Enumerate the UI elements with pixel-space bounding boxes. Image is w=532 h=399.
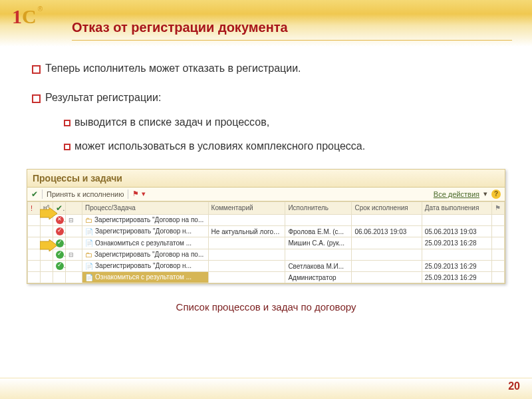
col-due[interactable]: Срок исполнения: [352, 201, 422, 214]
done-cell: [422, 249, 491, 260]
tree-cell[interactable]: [65, 272, 82, 283]
flag-dropdown-icon[interactable]: ⚑ ▾: [132, 190, 145, 198]
bullet-list: Теперь исполнитель может отказать в реги…: [32, 61, 500, 154]
table-row[interactable]: ⊟🗀Зарегистрировать "Договор на по...: [28, 249, 505, 260]
status-cell: [53, 272, 65, 283]
table-row[interactable]: 📄Ознакомиться с результатом ...Администр…: [28, 272, 505, 283]
col-tree[interactable]: [65, 201, 82, 214]
task-cell: 📄Зарегистрировать "Договор н...: [82, 225, 209, 237]
bullet-text: Теперь исполнитель может отказать в реги…: [45, 63, 301, 74]
content-area: Теперь исполнитель может отказать в реги…: [0, 47, 532, 154]
svg-marker-1: [40, 239, 57, 251]
dropdown-icon[interactable]: ▾: [483, 190, 487, 198]
comment-cell: Не актуальный логотип.: [208, 225, 285, 237]
logo-1c: 1C®: [12, 5, 51, 35]
accept-button[interactable]: Принять к исполнению: [47, 190, 124, 198]
col-comment[interactable]: Комментарий: [208, 201, 285, 214]
table-row[interactable]: 📄Зарегистрировать "Договор н...Светлаков…: [28, 261, 505, 272]
table-row[interactable]: ⊟🗀Зарегистрировать "Договор на по...: [28, 214, 505, 225]
done-cell: 25.09.2013 16:29: [422, 272, 491, 283]
comment-cell: [208, 214, 285, 225]
tree-cell[interactable]: [65, 237, 82, 249]
table-row[interactable]: 📄Зарегистрировать "Договор н...Не актуал…: [28, 225, 505, 237]
col-executor[interactable]: Исполнитель: [285, 201, 352, 214]
tree-cell[interactable]: [65, 261, 82, 272]
processes-table: ! н° ✔ Процесс/Задача Комментарий Исполн…: [27, 201, 505, 284]
separator: [42, 190, 43, 199]
sub-bullet-text: выводится в списке задач и процессов,: [74, 116, 269, 128]
done-cell: [422, 214, 491, 225]
svg-marker-0: [40, 207, 57, 219]
sub-list: выводится в списке задач и процессов, мо…: [64, 115, 500, 154]
comment-cell: [208, 272, 285, 283]
done-cell: 25.09.2013 16:28: [422, 237, 491, 249]
due-cell: [352, 272, 422, 283]
due-cell: [352, 214, 422, 225]
tree-cell[interactable]: [65, 225, 82, 237]
due-cell: [352, 237, 422, 249]
col-task[interactable]: Процесс/Задача: [82, 201, 209, 214]
bullet-text: Результат регистрации:: [45, 92, 161, 103]
due-cell: [352, 261, 422, 272]
accept-icon[interactable]: ✔: [31, 190, 38, 199]
status-cell: [53, 261, 65, 272]
task-cell: 📄Ознакомиться с результатом ...: [82, 272, 209, 283]
tree-cell[interactable]: ⊟: [65, 214, 82, 225]
title-underline: [72, 40, 512, 41]
task-cell: 🗀Зарегистрировать "Договор на по...: [82, 214, 209, 225]
comment-cell: [208, 237, 285, 249]
help-icon[interactable]: ?: [491, 190, 501, 199]
task-cell: 🗀Зарегистрировать "Договор на по...: [82, 249, 209, 260]
panel-caption: Список процессов и задач по договору: [0, 301, 532, 313]
executor-cell: [285, 249, 352, 260]
col-done[interactable]: Дата выполнения: [422, 201, 491, 214]
done-cell: 05.06.2013 19:03: [422, 225, 491, 237]
comment-cell: [208, 249, 285, 260]
done-cell: 25.09.2013 16:29: [422, 261, 491, 272]
task-cell: 📄Зарегистрировать "Договор н...: [82, 261, 209, 272]
screenshot-panel-wrap: Процессы и задачи ✔ Принять к исполнению…: [27, 169, 505, 285]
page-number: 20: [508, 380, 520, 392]
executor-cell: Фролова Е.М. (с...: [285, 225, 352, 237]
callout-arrow-icon: [40, 207, 57, 219]
col-last-flag[interactable]: ⚑: [491, 201, 504, 214]
all-actions-link[interactable]: Все действия: [434, 190, 479, 198]
processes-panel: Процессы и задачи ✔ Принять к исполнению…: [27, 169, 505, 285]
col-flag[interactable]: !: [28, 201, 41, 214]
executor-cell: Светлакова М.И...: [285, 261, 352, 272]
executor-cell: Администратор: [285, 272, 352, 283]
tree-cell[interactable]: ⊟: [65, 249, 82, 260]
executor-cell: Мишин С.А. (рук...: [285, 237, 352, 249]
header-banner: 1C® Отказ от регистрации документа: [0, 0, 532, 47]
callout-arrow-icon: [40, 239, 57, 251]
sub-bullet-item: выводится в списке задач и процессов,: [64, 115, 500, 130]
bullet-item: Результат регистрации: выводится в списк…: [32, 90, 500, 154]
status-cell: [53, 225, 65, 237]
sub-bullet-item: может использоваться в условиях комплекс…: [64, 139, 500, 154]
bottom-band: [0, 378, 532, 399]
slide-title: Отказ от регистрации документа: [72, 20, 288, 35]
panel-title: Процессы и задачи: [27, 170, 505, 188]
comment-cell: [208, 261, 285, 272]
due-cell: [352, 249, 422, 260]
bullet-item: Теперь исполнитель может отказать в реги…: [32, 61, 500, 76]
executor-cell: [285, 214, 352, 225]
table-header-row: ! н° ✔ Процесс/Задача Комментарий Исполн…: [28, 201, 505, 214]
panel-toolbar: ✔ Принять к исполнению ⚑ ▾ Все действия …: [27, 188, 505, 201]
table-row[interactable]: 📄Ознакомиться с результатом ...Мишин С.А…: [28, 237, 505, 249]
separator: [128, 190, 128, 199]
task-cell: 📄Ознакомиться с результатом ...: [82, 237, 209, 249]
sub-bullet-text: может использоваться в условиях комплекс…: [74, 140, 365, 152]
due-cell: 06.06.2013 19:03: [352, 225, 422, 237]
